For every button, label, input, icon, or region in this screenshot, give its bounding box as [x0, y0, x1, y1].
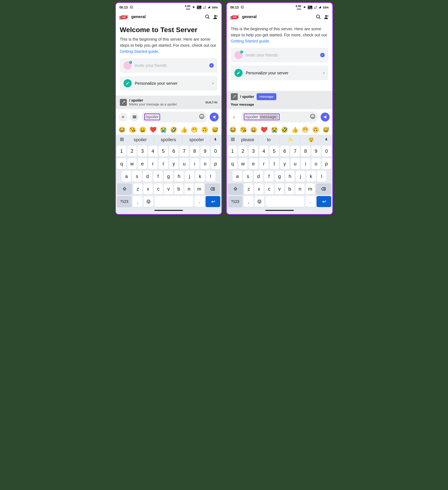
key-l[interactable]: l — [206, 171, 215, 182]
key-w[interactable]: w — [238, 158, 247, 169]
key-4[interactable]: 4 — [148, 146, 158, 157]
key-c[interactable]: c — [265, 184, 274, 194]
key-3[interactable]: 3 — [138, 146, 147, 157]
key-d[interactable]: d — [254, 171, 263, 182]
shift-key[interactable] — [117, 184, 132, 194]
key-2[interactable]: 2 — [238, 146, 247, 157]
search-icon[interactable] — [205, 14, 210, 19]
members-icon[interactable] — [324, 14, 329, 19]
suggestion-emoji-2[interactable]: 😲 — [301, 136, 321, 143]
symbols-key[interactable]: ?123 — [228, 196, 243, 207]
key-o[interactable]: o — [201, 158, 210, 169]
key-v[interactable]: v — [164, 184, 173, 194]
key-8[interactable]: 8 — [190, 146, 199, 157]
key-7[interactable]: 7 — [290, 146, 300, 157]
key-e[interactable]: e — [249, 158, 258, 169]
key-z[interactable]: z — [133, 184, 142, 194]
key-4[interactable]: 4 — [259, 146, 268, 157]
enter-key[interactable] — [316, 196, 331, 207]
suggestion-2[interactable]: to — [259, 136, 279, 143]
key-a[interactable]: a — [233, 171, 242, 182]
key-b[interactable]: b — [285, 184, 294, 194]
shift-key[interactable] — [228, 184, 243, 194]
mic-icon[interactable] — [211, 138, 220, 142]
home-bar[interactable] — [154, 210, 183, 211]
key-i[interactable]: i — [301, 158, 310, 169]
key-z[interactable]: z — [244, 184, 253, 194]
space-key[interactable] — [265, 196, 304, 207]
menu-button[interactable]: 145 — [119, 17, 123, 17]
key-r[interactable]: r — [148, 158, 158, 169]
getting-started-link[interactable]: Getting Started guide — [120, 49, 158, 54]
space-key[interactable] — [155, 196, 193, 207]
add-button[interactable]: + — [119, 113, 128, 122]
members-icon[interactable] — [213, 14, 218, 19]
apps-button[interactable] — [130, 113, 139, 122]
home-bar[interactable] — [265, 210, 294, 211]
key-b[interactable]: b — [174, 184, 183, 194]
key-k[interactable]: k — [195, 171, 205, 182]
key-v[interactable]: v — [275, 184, 284, 194]
key-w[interactable]: w — [127, 158, 137, 169]
mic-icon[interactable] — [322, 138, 330, 142]
command-suggestion[interactable]: / spoiler Marks your message as a spoile… — [116, 96, 221, 109]
key-j[interactable]: j — [185, 171, 194, 182]
message-input[interactable]: /spoiler — [141, 112, 207, 122]
kbd-apps-icon[interactable] — [118, 137, 126, 142]
key-s[interactable]: s — [243, 171, 253, 182]
menu-button[interactable]: 145 — [230, 17, 234, 17]
key-c[interactable]: c — [154, 184, 163, 194]
suggestion-3[interactable]: spooler — [183, 136, 211, 143]
backspace-key[interactable] — [205, 184, 220, 194]
channel-name[interactable]: general — [131, 14, 146, 19]
key-g[interactable]: g — [275, 171, 284, 182]
step-personalize[interactable]: Personalize your server › — [120, 76, 217, 91]
param-chip[interactable]: message — [257, 93, 276, 100]
suggestion-1[interactable]: spoiler — [127, 136, 154, 143]
suggestion-2[interactable]: spoilers — [155, 136, 182, 143]
key-o[interactable]: o — [311, 158, 321, 169]
emoji-button[interactable] — [199, 114, 204, 120]
key-l[interactable]: l — [317, 171, 326, 182]
dot-key[interactable]: . — [306, 196, 315, 207]
key-x[interactable]: x — [143, 184, 152, 194]
key-3[interactable]: 3 — [249, 146, 258, 157]
key-d[interactable]: d — [143, 171, 152, 182]
key-y[interactable]: y — [280, 158, 289, 169]
key-u[interactable]: u — [180, 158, 189, 169]
key-u[interactable]: u — [290, 158, 300, 169]
key-q[interactable]: q — [117, 158, 126, 169]
key-2[interactable]: 2 — [127, 146, 137, 157]
key-f[interactable]: f — [264, 171, 274, 182]
key-n[interactable]: n — [184, 184, 193, 194]
suggestion-1[interactable]: please — [238, 136, 258, 143]
key-e[interactable]: e — [138, 158, 147, 169]
emoji-key[interactable] — [144, 196, 153, 207]
key-6[interactable]: 6 — [169, 146, 178, 157]
key-t[interactable]: t — [159, 158, 168, 169]
expand-button[interactable]: › — [229, 113, 238, 122]
key-k[interactable]: k — [306, 171, 316, 182]
key-f[interactable]: f — [153, 171, 163, 182]
key-s[interactable]: s — [132, 171, 142, 182]
key-a[interactable]: a — [122, 171, 131, 182]
search-icon[interactable] — [316, 14, 321, 19]
key-5[interactable]: 5 — [270, 146, 279, 157]
getting-started-link[interactable]: Getting Started guide — [231, 39, 269, 43]
key-1[interactable]: 1 — [117, 146, 126, 157]
key-r[interactable]: r — [259, 158, 268, 169]
key-9[interactable]: 9 — [311, 146, 321, 157]
key-5[interactable]: 5 — [159, 146, 168, 157]
symbols-key[interactable]: ?123 — [117, 196, 132, 207]
dot-key[interactable]: . — [195, 196, 204, 207]
key-n[interactable]: n — [295, 184, 304, 194]
key-h[interactable]: h — [174, 171, 184, 182]
step-invite-friends[interactable]: Invite your friends ✓ — [120, 58, 217, 73]
backspace-key[interactable] — [316, 184, 331, 194]
channel-name[interactable]: general — [242, 14, 257, 19]
key-p[interactable]: p — [211, 158, 220, 169]
key-7[interactable]: 7 — [180, 146, 189, 157]
key-1[interactable]: 1 — [228, 146, 237, 157]
send-button[interactable] — [210, 113, 219, 122]
key-m[interactable]: m — [306, 184, 315, 194]
